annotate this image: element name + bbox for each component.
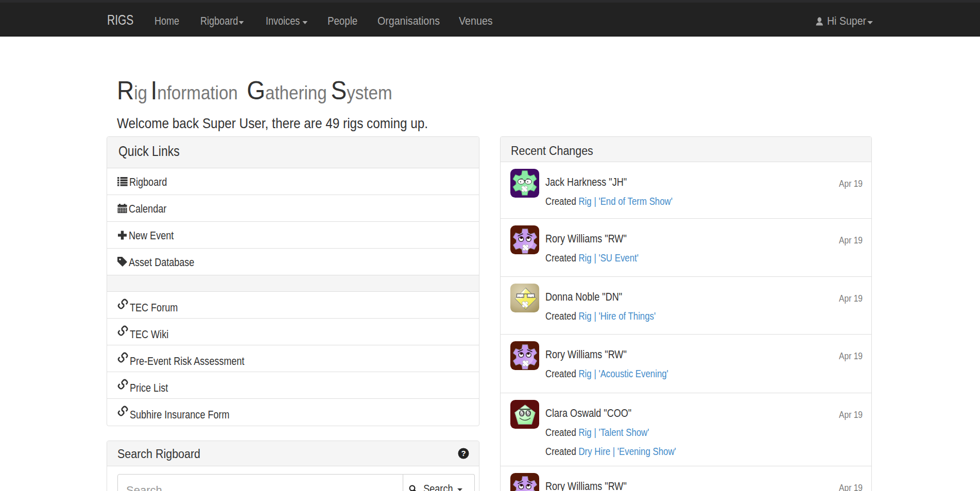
svg-text:?: ? bbox=[461, 449, 466, 458]
